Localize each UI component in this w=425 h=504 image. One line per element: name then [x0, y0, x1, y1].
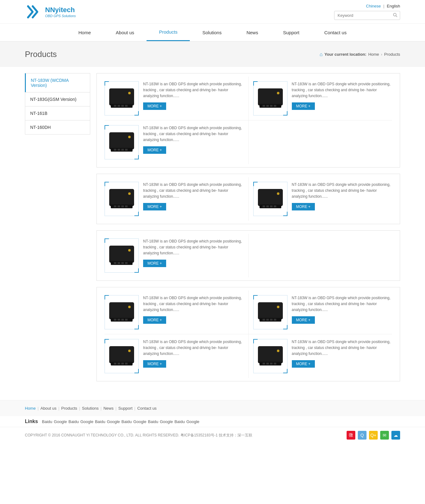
more-button[interactable]: MORE +: [143, 203, 166, 210]
svg-point-71: [277, 350, 279, 352]
social-other[interactable]: ☁: [391, 431, 400, 440]
product-row: NT-183W is an OBD GPS dongle which provi…: [100, 334, 397, 378]
svg-rect-40: [118, 262, 120, 264]
svg-rect-42: [125, 262, 128, 264]
more-button[interactable]: MORE +: [143, 360, 166, 368]
product-image-wrap: [105, 295, 139, 329]
svg-point-57: [277, 306, 279, 308]
more-button[interactable]: MORE +: [292, 360, 315, 368]
footer-nav-solutions[interactable]: Solutions: [82, 406, 99, 411]
footer-link[interactable]: Baidu: [175, 419, 185, 424]
nav-about[interactable]: About us: [103, 24, 147, 41]
footer-link[interactable]: Google: [160, 419, 173, 424]
social-wechat[interactable]: ✉: [380, 431, 389, 440]
svg-rect-55: [270, 319, 273, 321]
svg-rect-63: [125, 363, 128, 365]
footer-nav-products[interactable]: Products: [61, 406, 77, 411]
more-button[interactable]: MORE +: [292, 203, 315, 210]
product-image-wrap: [105, 238, 139, 273]
more-button[interactable]: MORE +: [292, 316, 315, 324]
more-button[interactable]: MORE +: [143, 316, 166, 324]
lang-english[interactable]: English: [387, 4, 400, 8]
more-button[interactable]: MORE +: [143, 146, 166, 154]
product-info: NT-183W is an OBD GPS dongle which provi…: [143, 182, 244, 216]
product-desc: NT-183W is an OBD GPS dongle which provi…: [292, 339, 392, 357]
product-desc: NT-183W is an OBD GPS dongle which provi…: [143, 339, 244, 357]
more-button[interactable]: MORE +: [143, 102, 166, 110]
product-group-4: NT-183W is an OBD GPS dongle which provi…: [96, 287, 400, 381]
product-image: [256, 345, 284, 368]
breadcrumb: ⌂ Your current location: Home › Products: [320, 52, 400, 57]
product-desc: NT-183W is an OBD GPS dongle which provi…: [143, 182, 244, 200]
sidebar-item-0[interactable]: NT-183W (WCDMA Version): [25, 73, 90, 92]
nav-support[interactable]: Support: [271, 24, 312, 41]
product-group-3: NT-183W is an OBD GPS dongle which provi…: [96, 230, 400, 281]
main-content: NT-183W (WCDMA Version) NT-183G(GSM Vers…: [0, 73, 425, 400]
footer-nav-news[interactable]: News: [103, 406, 114, 411]
footer-link[interactable]: Google: [133, 419, 147, 424]
social-qzone[interactable]: Q+: [369, 431, 378, 440]
footer-link[interactable]: Google: [107, 419, 120, 424]
product-row: NT-183W is an OBD GPS dongle which provi…: [100, 120, 397, 164]
logo: NNyitech OBD GPS Solutions: [25, 3, 76, 20]
nav-solutions[interactable]: Solutions: [190, 24, 234, 41]
svg-point-64: [128, 350, 131, 352]
footer-link[interactable]: Baidu: [148, 419, 158, 424]
product-item: NT-183W is an OBD GPS dongle which provi…: [249, 77, 397, 120]
search-button[interactable]: [390, 11, 400, 20]
links-label: Links: [25, 419, 38, 424]
social-weibo[interactable]: 微: [347, 431, 355, 440]
social-qq[interactable]: Q: [358, 431, 367, 440]
svg-rect-65: [258, 346, 283, 363]
svg-rect-53: [263, 319, 265, 321]
footer-nav-contact[interactable]: Contact us: [137, 406, 156, 411]
search-input[interactable]: [334, 12, 390, 19]
nav-contact[interactable]: Contact us: [312, 24, 359, 41]
sidebar-item-1[interactable]: NT-183G(GSM Version): [25, 92, 90, 106]
footer-nav-about[interactable]: About us: [40, 406, 56, 411]
nav-products[interactable]: Products: [147, 24, 190, 41]
more-button[interactable]: MORE +: [292, 102, 315, 110]
footer-link[interactable]: Baidu: [121, 419, 132, 424]
product-desc: NT-183W is an OBD GPS dongle which provi…: [292, 295, 392, 313]
breadcrumb-home[interactable]: Home: [368, 52, 379, 57]
svg-rect-46: [114, 319, 116, 321]
product-desc: NT-183W is an OBD GPS dongle which provi…: [292, 182, 392, 200]
svg-rect-37: [109, 246, 134, 263]
footer-nav-support[interactable]: Support: [118, 406, 133, 411]
header: NNyitech OBD GPS Solutions Chinese | Eng…: [0, 0, 425, 24]
copyright-text: COPYRIGHT © 2016 CONNAUGHT YI TECHNOLOGY…: [25, 433, 252, 438]
product-item: NT-183W is an OBD GPS dongle which provi…: [100, 290, 249, 334]
footer-link[interactable]: Baidu: [42, 419, 52, 424]
svg-rect-34: [270, 205, 273, 207]
product-desc: NT-183W is an OBD GPS dongle which provi…: [143, 238, 244, 257]
lang-chinese[interactable]: Chinese: [366, 4, 381, 8]
sidebar-item-3[interactable]: NT-160DH: [25, 120, 90, 134]
product-item: NT-183W is an OBD GPS dongle which provi…: [249, 334, 397, 378]
footer-link[interactable]: Google: [80, 419, 93, 424]
nav-news[interactable]: News: [234, 24, 271, 41]
svg-rect-30: [258, 189, 283, 206]
footer-link[interactable]: Baidu: [68, 419, 79, 424]
footer-link[interactable]: Baidu: [95, 419, 105, 424]
svg-rect-69: [270, 363, 273, 365]
svg-rect-41: [121, 262, 124, 264]
footer-link[interactable]: Google: [54, 419, 67, 424]
svg-rect-7: [125, 105, 128, 107]
svg-point-29: [128, 192, 131, 195]
logo-sub: OBD GPS Solutions: [45, 14, 76, 18]
footer-nav-home[interactable]: Home: [25, 406, 36, 411]
product-row: NT-183W is an OBD GPS dongle which provi…: [100, 177, 397, 221]
search-icon: [393, 13, 397, 17]
more-button[interactable]: MORE +: [143, 260, 166, 267]
header-right: Chinese | English: [334, 4, 400, 20]
product-row: NT-183W is an OBD GPS dongle which provi…: [100, 77, 397, 120]
footer-copyright: COPYRIGHT © 2016 CONNAUGHT YI TECHNOLOGY…: [0, 427, 425, 443]
nav-home[interactable]: Home: [66, 24, 103, 41]
sidebar-item-2[interactable]: NT-161B: [25, 106, 90, 120]
product-item: NT-183W is an OBD GPS dongle which provi…: [100, 234, 249, 277]
footer-link[interactable]: Google: [186, 419, 199, 424]
svg-rect-56: [274, 319, 276, 321]
product-row: NT-183W is an OBD GPS dongle which provi…: [100, 234, 397, 277]
svg-rect-27: [121, 205, 124, 207]
